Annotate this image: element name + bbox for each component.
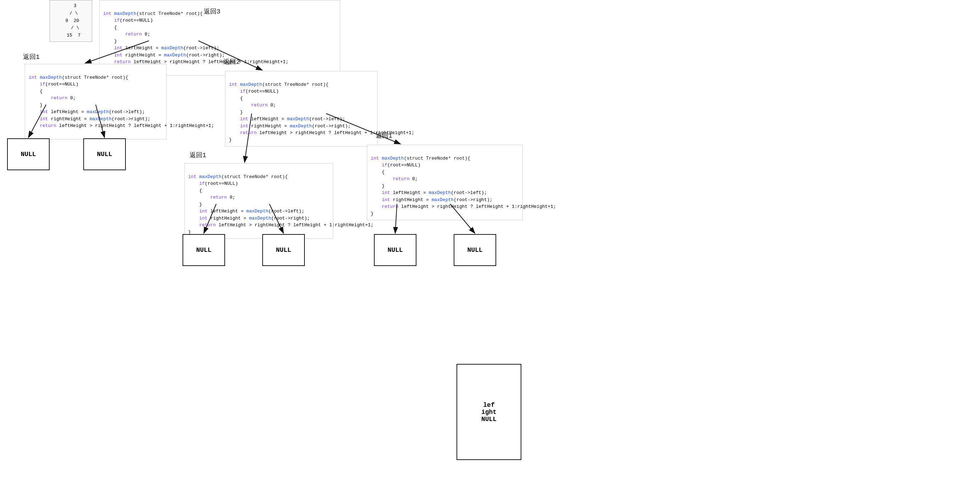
null-box-6: NULL	[454, 234, 496, 266]
label-return1-right: 返回1	[376, 131, 392, 140]
ight-text: ight	[481, 408, 496, 416]
null-box-1: NULL	[7, 138, 49, 170]
code-block-left: int maxDepth(struct TreeNode* root){ if(…	[25, 64, 167, 139]
null-box-2: NULL	[83, 138, 126, 170]
code-block-right: int maxDepth(struct TreeNode* root){ if(…	[367, 145, 523, 220]
null-box-4: NULL	[262, 234, 305, 266]
null-box-5: NULL	[374, 234, 417, 266]
null-text: NULL	[481, 416, 496, 423]
label-return3: 返回3	[204, 7, 220, 16]
null-box-lef-right: lef ight NULL	[457, 364, 521, 460]
null-box-3: NULL	[183, 234, 225, 266]
tree-diagram: 3 / \ 9 20 / \ 15 7	[49, 0, 92, 42]
label-return1-bottom-left: 返回1	[189, 151, 206, 159]
code-block-return2: int maxDepth(struct TreeNode* root){ if(…	[225, 71, 377, 147]
label-return2: 返回2	[223, 57, 240, 66]
code-block-bottom-left: int maxDepth(struct TreeNode* root){ if(…	[184, 163, 333, 239]
tree-text: 3 / \ 9 20 / \ 15 7	[61, 3, 81, 38]
lef-text: lef	[481, 402, 496, 408]
label-return1-left: 返回1	[23, 53, 40, 61]
